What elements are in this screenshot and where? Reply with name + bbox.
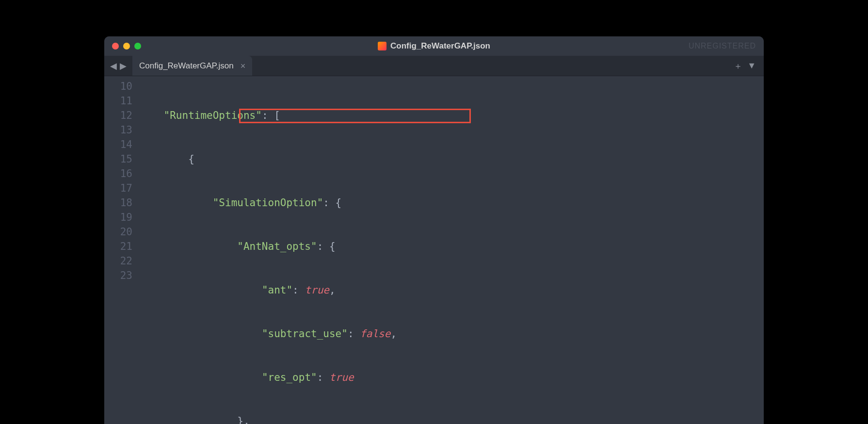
code-line: "ant": true,: [139, 283, 764, 297]
code-line: "subtract_use": false,: [139, 326, 764, 341]
line-number: 16: [104, 166, 132, 181]
unregistered-label: UNREGISTERED: [689, 42, 756, 50]
close-window-button[interactable]: [112, 43, 119, 49]
code-line: "res_opt": true: [139, 370, 764, 385]
editor-area[interactable]: 10 11 12 13 14 15 16 17 18 19 20 21 22 2…: [104, 76, 764, 424]
line-number: 18: [104, 196, 132, 210]
line-number: 13: [104, 123, 132, 137]
line-number: 14: [104, 137, 132, 152]
code-line: {: [139, 152, 764, 166]
tab-label: Config_ReWaterGAP.json: [139, 61, 234, 71]
tab-menu-icon[interactable]: ▼: [747, 61, 756, 71]
tab-history-nav: ◀ ▶: [104, 56, 132, 76]
line-number: 12: [104, 108, 132, 123]
nav-forward-icon[interactable]: ▶: [119, 61, 128, 71]
minimize-window-button[interactable]: [123, 43, 130, 49]
file-icon: [378, 42, 386, 50]
line-number: 15: [104, 152, 132, 166]
new-tab-icon[interactable]: ＋: [734, 60, 742, 72]
titlebar: Config_ReWaterGAP.json UNREGISTERED: [104, 36, 764, 56]
line-number: 22: [104, 254, 132, 268]
traffic-lights: [112, 43, 141, 49]
line-number: 17: [104, 181, 132, 196]
close-tab-icon[interactable]: ×: [241, 62, 246, 70]
code-line: },: [139, 414, 764, 424]
code-line: "AntNat_opts": {: [139, 239, 764, 254]
line-number: 19: [104, 210, 132, 225]
maximize-window-button[interactable]: [134, 43, 141, 49]
window-title: Config_ReWaterGAP.json: [378, 41, 490, 51]
code-content[interactable]: "RuntimeOptions": [ { "SimulationOption"…: [139, 76, 764, 424]
line-number: 20: [104, 225, 132, 239]
code-line: "SimulationOption": {: [139, 196, 764, 210]
editor-window: Config_ReWaterGAP.json UNREGISTERED ◀ ▶ …: [104, 36, 764, 424]
line-number: 21: [104, 239, 132, 254]
tabbar: ◀ ▶ Config_ReWaterGAP.json × ＋ ▼: [104, 56, 764, 76]
nav-back-icon[interactable]: ◀: [109, 61, 118, 71]
line-number: 10: [104, 79, 132, 94]
tab-actions: ＋ ▼: [734, 56, 764, 76]
code-line: "RuntimeOptions": [: [139, 108, 764, 123]
tab-active[interactable]: Config_ReWaterGAP.json ×: [132, 56, 252, 76]
line-number: 23: [104, 268, 132, 283]
line-number: 11: [104, 94, 132, 108]
window-title-text: Config_ReWaterGAP.json: [390, 41, 490, 51]
line-number-gutter: 10 11 12 13 14 15 16 17 18 19 20 21 22 2…: [104, 76, 139, 424]
